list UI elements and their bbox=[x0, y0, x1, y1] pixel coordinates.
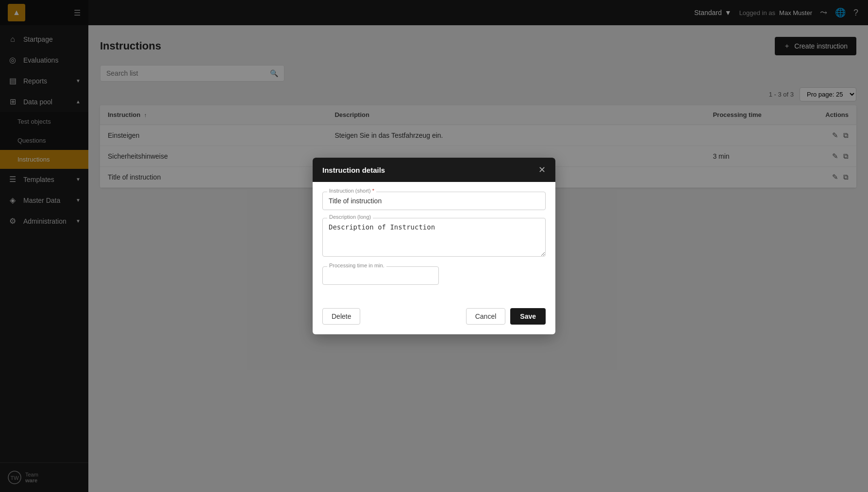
form-group-processing: Processing time in min. bbox=[322, 266, 546, 285]
modal-footer: Delete Cancel Save bbox=[313, 302, 555, 334]
instruction-short-input[interactable] bbox=[322, 192, 546, 210]
cancel-button[interactable]: Cancel bbox=[466, 308, 506, 325]
modal-body: Instruction (short) * Description (long)… bbox=[313, 182, 555, 302]
field-long-label: Description (long) bbox=[327, 214, 373, 220]
field-short-label: Instruction (short) * bbox=[327, 188, 376, 194]
field-processing-label: Processing time in min. bbox=[327, 262, 386, 268]
modal-overlay: Instruction details ✕ Instruction (short… bbox=[88, 25, 868, 492]
modal-right-buttons: Cancel Save bbox=[466, 308, 546, 325]
main-wrapper: Standard ▼ Logged in as Max Muster ⤳ 🌐 ?… bbox=[88, 0, 868, 492]
instruction-details-modal: Instruction details ✕ Instruction (short… bbox=[313, 158, 555, 334]
processing-time-input[interactable] bbox=[322, 266, 439, 285]
save-button[interactable]: Save bbox=[510, 308, 546, 325]
main-content: Instructions ＋ Create instruction 🔍 1 - … bbox=[88, 25, 868, 492]
description-long-textarea[interactable] bbox=[322, 218, 546, 257]
modal-close-button[interactable]: ✕ bbox=[538, 164, 546, 175]
form-group-long: Description (long) bbox=[322, 218, 546, 259]
modal-header: Instruction details ✕ bbox=[313, 158, 555, 182]
delete-button[interactable]: Delete bbox=[322, 308, 360, 325]
form-group-short: Instruction (short) * bbox=[322, 192, 546, 210]
modal-title: Instruction details bbox=[322, 166, 385, 174]
required-indicator: * bbox=[372, 188, 374, 194]
